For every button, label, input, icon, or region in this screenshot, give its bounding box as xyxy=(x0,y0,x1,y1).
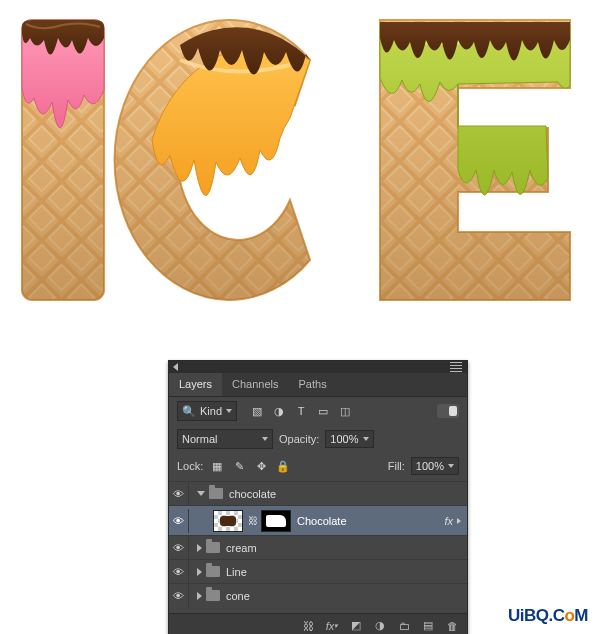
svg-point-8 xyxy=(291,126,309,144)
fill-value: 100% xyxy=(416,460,444,472)
layer-mask-thumbnail[interactable] xyxy=(261,510,291,532)
filter-icons: ▧ ◑ T ▭ ◫ xyxy=(249,403,431,419)
visibility-icon[interactable]: 👁 xyxy=(169,482,189,506)
tab-layers[interactable]: Layers xyxy=(169,373,222,396)
tab-channels[interactable]: Channels xyxy=(222,373,288,396)
watermark-a: UiBQ.C xyxy=(508,606,565,625)
filter-adjust-icon[interactable]: ◑ xyxy=(271,403,287,419)
chevron-down-icon xyxy=(363,437,369,441)
layer-name: cone xyxy=(226,590,250,602)
panel-tabs: Layers Channels Paths xyxy=(169,373,467,397)
disclosure-icon[interactable] xyxy=(197,568,202,576)
layer-group-cone[interactable]: 👁 cone xyxy=(169,583,467,607)
fx-disclose-icon[interactable] xyxy=(457,518,461,524)
fill-input[interactable]: 100% xyxy=(411,457,459,475)
visibility-icon[interactable]: 👁 xyxy=(169,584,189,608)
link-layers-icon[interactable]: ⛓ xyxy=(301,619,315,633)
lock-transparent-icon[interactable]: ▦ xyxy=(209,458,225,474)
chevron-down-icon xyxy=(448,464,454,468)
opacity-value: 100% xyxy=(330,433,358,445)
blend-mode-select[interactable]: Normal xyxy=(177,429,273,449)
layer-chocolate[interactable]: 👁 ⛓ Chocolate fx xyxy=(169,505,467,535)
visibility-icon[interactable]: 👁 xyxy=(169,509,189,533)
chevron-down-icon xyxy=(226,409,232,413)
fx-icon[interactable]: fx▾ xyxy=(325,619,339,633)
filter-smart-icon[interactable]: ◫ xyxy=(337,403,353,419)
visibility-icon[interactable]: 👁 xyxy=(169,536,189,560)
disclosure-icon[interactable] xyxy=(197,592,202,600)
panel-header xyxy=(169,361,467,373)
trash-icon[interactable]: 🗑 xyxy=(445,619,459,633)
visibility-icon[interactable]: 👁 xyxy=(169,560,189,584)
collapse-panel-icon[interactable] xyxy=(173,363,178,371)
lock-move-icon[interactable]: ✥ xyxy=(253,458,269,474)
layer-tree: 👁 chocolate 👁 ⛓ Chocolate fx 👁 cream 👁 xyxy=(169,479,467,613)
filter-type-icon[interactable]: T xyxy=(293,403,309,419)
filter-kind-select[interactable]: 🔍 Kind xyxy=(177,401,237,421)
lock-label: Lock: xyxy=(177,460,203,472)
panel-footer: ⛓ fx▾ ◩ ◑ 🗀 ▤ 🗑 xyxy=(169,613,467,634)
panel-menu-icon[interactable] xyxy=(449,361,463,373)
layers-panel: Layers Channels Paths 🔍 Kind ▧ ◑ T ▭ ◫ N… xyxy=(168,360,468,634)
layer-name: Line xyxy=(226,566,247,578)
layer-thumbnail[interactable] xyxy=(213,510,243,532)
layer-group-cream[interactable]: 👁 cream xyxy=(169,535,467,559)
lock-icons: ▦ ✎ ✥ 🔒 xyxy=(209,458,291,474)
layer-name: cream xyxy=(226,542,257,554)
search-icon: 🔍 xyxy=(182,405,196,418)
lock-row: Lock: ▦ ✎ ✥ 🔒 Fill: 100% xyxy=(169,453,467,479)
disclosure-icon[interactable] xyxy=(197,544,202,552)
lock-brush-icon[interactable]: ✎ xyxy=(231,458,247,474)
mask-link-icon[interactable]: ⛓ xyxy=(247,515,259,526)
opacity-label: Opacity: xyxy=(279,433,319,445)
layer-group-line[interactable]: 👁 Line xyxy=(169,559,467,583)
watermark-c: M xyxy=(574,606,588,625)
watermark-b: o xyxy=(564,606,574,625)
new-group-icon[interactable]: 🗀 xyxy=(397,619,411,633)
blend-mode-value: Normal xyxy=(182,433,217,445)
layer-name: Chocolate xyxy=(297,515,347,527)
filter-toggle[interactable] xyxy=(437,404,459,418)
new-layer-icon[interactable]: ▤ xyxy=(421,619,435,633)
artwork-canvas xyxy=(0,0,600,330)
adjustment-icon[interactable]: ◑ xyxy=(373,619,387,633)
lock-all-icon[interactable]: 🔒 xyxy=(275,458,291,474)
mask-icon[interactable]: ◩ xyxy=(349,619,363,633)
blend-row: Normal Opacity: 100% xyxy=(169,425,467,453)
fill-label: Fill: xyxy=(388,460,405,472)
opacity-input[interactable]: 100% xyxy=(325,430,373,448)
filter-pixel-icon[interactable]: ▧ xyxy=(249,403,265,419)
filter-kind-label: Kind xyxy=(200,405,222,417)
folder-icon xyxy=(206,566,220,577)
folder-icon xyxy=(206,542,220,553)
filter-shape-icon[interactable]: ▭ xyxy=(315,403,331,419)
tab-paths[interactable]: Paths xyxy=(289,373,337,396)
filter-row: 🔍 Kind ▧ ◑ T ▭ ◫ xyxy=(169,397,467,425)
chevron-down-icon xyxy=(262,437,268,441)
disclosure-icon[interactable] xyxy=(197,491,205,496)
layer-name: chocolate xyxy=(229,488,276,500)
fx-badge[interactable]: fx xyxy=(444,515,457,527)
folder-icon xyxy=(209,488,223,499)
folder-icon xyxy=(206,590,220,601)
watermark: UiBQ.CoM xyxy=(508,606,588,626)
layer-group-chocolate[interactable]: 👁 chocolate xyxy=(169,481,467,505)
